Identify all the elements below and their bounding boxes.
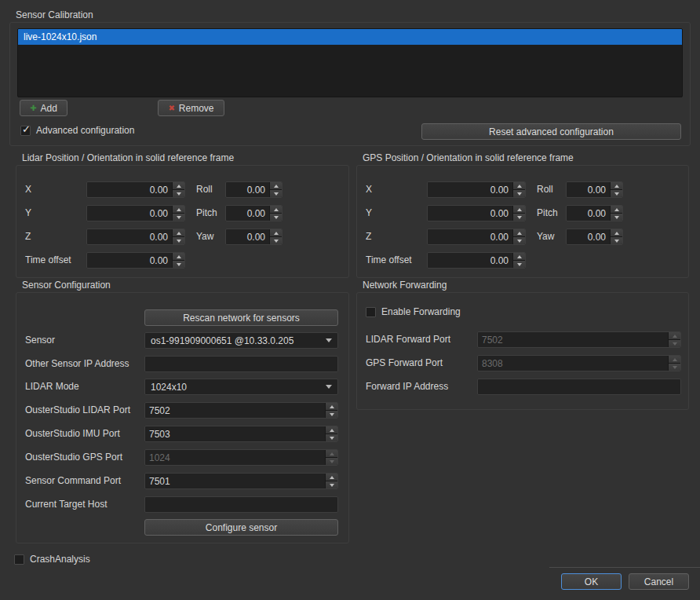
advanced-configuration-checkbox[interactable]: ✓ Advanced configuration [20, 125, 134, 137]
spin-down-button[interactable] [173, 190, 184, 197]
spin-up-button[interactable] [173, 182, 184, 190]
spin-down-button[interactable] [513, 237, 525, 244]
remove-button[interactable]: ✖ Remove [158, 100, 224, 116]
spin-up-button[interactable] [611, 229, 622, 237]
checkbox-box[interactable] [14, 554, 24, 565]
calibration-file-list[interactable]: live-1024x10.json [17, 28, 683, 97]
lidar-x-label: X [25, 181, 31, 198]
add-button[interactable]: ✚ Add [20, 100, 67, 116]
gps-roll-spinbox[interactable] [566, 181, 623, 198]
lidar-y-input[interactable] [87, 206, 172, 221]
spinner-buttons [512, 229, 525, 244]
gps-time-offset-input[interactable] [428, 253, 512, 268]
lidar-y-spinbox[interactable] [86, 205, 185, 221]
spin-down-button[interactable] [326, 434, 337, 441]
reset-advanced-configuration-button[interactable]: Reset advanced configuration [421, 123, 681, 140]
ok-button[interactable]: OK [561, 573, 622, 590]
configure-sensor-button[interactable]: Configure sensor [144, 519, 338, 536]
ousterstudio-gps-port-spinbox [144, 449, 338, 466]
spin-down-button [669, 340, 680, 347]
lidar-x-input[interactable] [87, 182, 172, 197]
lidar-yaw-input[interactable] [226, 229, 269, 244]
spin-up-button[interactable] [611, 182, 622, 190]
gps-time-offset-spinbox[interactable] [427, 252, 526, 269]
lidar-time-offset-spinbox[interactable] [86, 252, 185, 269]
sensor-command-port-spinbox[interactable] [144, 473, 338, 489]
checkbox-label: CrashAnalysis [30, 554, 90, 565]
lidar-pitch-spinbox[interactable] [225, 205, 283, 221]
spin-down-button[interactable] [513, 214, 525, 221]
spin-up-button[interactable] [326, 403, 337, 411]
sensor-command-port-input[interactable] [145, 474, 325, 488]
spin-down-button[interactable] [326, 411, 337, 418]
spin-down-button[interactable] [611, 237, 622, 244]
gps-pitch-input[interactable] [567, 206, 610, 221]
group-title: GPS Position / Orientation in solid refe… [363, 152, 574, 163]
spin-up-button[interactable] [173, 253, 184, 261]
lidar-z-input[interactable] [87, 229, 172, 244]
spin-down-button[interactable] [326, 481, 337, 488]
spin-up-button[interactable] [173, 206, 184, 214]
spin-down-button[interactable] [173, 214, 184, 221]
ousterstudio-imu-port-input[interactable] [145, 426, 325, 441]
spin-up-button[interactable] [270, 206, 282, 214]
crash-analysis-checkbox[interactable]: CrashAnalysis [14, 554, 90, 565]
list-item[interactable]: live-1024x10.json [18, 29, 682, 45]
spin-down-button[interactable] [611, 214, 622, 221]
lidar-roll-spinbox[interactable] [225, 181, 283, 198]
lidar-pitch-input[interactable] [226, 206, 269, 221]
spin-down-button[interactable] [173, 261, 184, 268]
lidar-x-spinbox[interactable] [86, 181, 185, 198]
spin-up-button[interactable] [513, 229, 525, 237]
spin-up-button[interactable] [513, 253, 525, 261]
ousterstudio-imu-port-spinbox[interactable] [144, 426, 338, 442]
lidar-mode-combobox[interactable]: 1024x10 [144, 379, 338, 395]
gps-yaw-input[interactable] [567, 229, 610, 244]
spin-up-button[interactable] [173, 229, 184, 237]
spin-up-button[interactable] [513, 206, 525, 214]
lidar-yaw-label: Yaw [196, 229, 213, 245]
gps-y-spinbox[interactable] [427, 205, 526, 221]
gps-yaw-spinbox[interactable] [566, 229, 623, 245]
spin-down-button[interactable] [611, 190, 622, 197]
spin-down-button[interactable] [513, 190, 525, 197]
lidar-yaw-spinbox[interactable] [225, 229, 283, 245]
current-target-host-label: Current Target Host [25, 496, 108, 513]
gps-z-input[interactable] [428, 229, 512, 244]
ousterstudio-imu-port-label: OusterStudio IMU Port [25, 426, 120, 442]
forward-ip-address-input[interactable] [477, 379, 681, 395]
forward-ip-address-label: Forward IP Address [366, 379, 448, 395]
gps-roll-input[interactable] [567, 182, 610, 197]
spin-down-button[interactable] [173, 237, 184, 244]
spin-up-button[interactable] [270, 229, 282, 237]
spin-up-button[interactable] [326, 474, 337, 481]
spin-down-button[interactable] [270, 214, 282, 221]
gps-x-input[interactable] [428, 182, 512, 197]
checkbox-box[interactable] [366, 307, 376, 317]
spin-up-button[interactable] [326, 426, 337, 434]
gps-y-input[interactable] [428, 206, 512, 221]
lidar-roll-input[interactable] [226, 182, 269, 197]
gps-pitch-spinbox[interactable] [566, 205, 623, 221]
spin-down-button[interactable] [270, 190, 282, 197]
gps-x-spinbox[interactable] [427, 181, 526, 198]
spin-up-button[interactable] [513, 182, 525, 190]
lidar-z-spinbox[interactable] [86, 229, 185, 245]
other-sensor-ip-input[interactable] [144, 356, 338, 372]
down-arrow-icon [614, 192, 619, 196]
current-target-host-input[interactable] [144, 496, 338, 513]
lidar-time-offset-input[interactable] [87, 253, 172, 268]
ousterstudio-lidar-port-spinbox[interactable] [144, 402, 338, 419]
enable-forwarding-checkbox[interactable]: Enable Forwarding [366, 306, 461, 318]
cancel-button[interactable]: Cancel [629, 573, 689, 590]
spin-down-button[interactable] [270, 237, 282, 244]
checkbox-box[interactable]: ✓ [20, 126, 31, 136]
sensor-combobox[interactable]: os1-991909000651 @10.33.0.205 [144, 332, 338, 349]
ousterstudio-lidar-port-input[interactable] [145, 403, 325, 418]
spin-up-button[interactable] [611, 206, 622, 214]
gps-z-spinbox[interactable] [427, 229, 526, 245]
rescan-network-button[interactable]: Rescan network for sensors [144, 309, 338, 326]
spin-down-button[interactable] [513, 261, 525, 268]
spin-up-button[interactable] [270, 182, 282, 190]
up-arrow-icon [673, 358, 677, 361]
